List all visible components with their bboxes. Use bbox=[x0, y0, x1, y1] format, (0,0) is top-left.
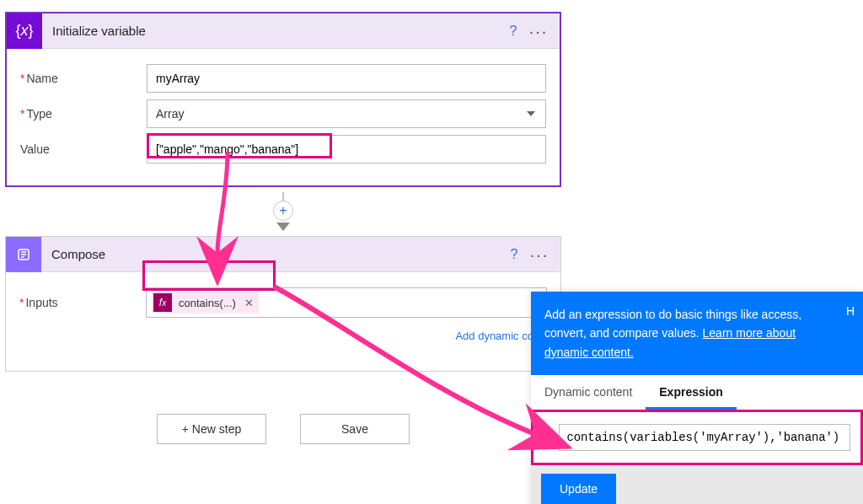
name-label: *Name bbox=[20, 72, 147, 85]
expression-tip: Add an expression to do basic things lik… bbox=[531, 292, 863, 375]
compose-header[interactable]: Compose ? ··· bbox=[6, 237, 560, 272]
initialize-variable-card: {x} Initialize variable ? ··· *Name *Typ… bbox=[5, 12, 561, 187]
compose-title: Compose bbox=[41, 247, 501, 261]
name-input[interactable] bbox=[147, 64, 546, 93]
tab-expression[interactable]: Expression bbox=[646, 375, 736, 410]
expression-input[interactable] bbox=[559, 424, 850, 451]
more-menu-icon[interactable]: ··· bbox=[526, 23, 551, 40]
compose-icon bbox=[6, 237, 41, 272]
new-step-button[interactable]: + New step bbox=[157, 414, 266, 444]
type-select[interactable]: Array bbox=[147, 99, 546, 128]
more-menu-icon[interactable]: ··· bbox=[527, 246, 552, 263]
update-button[interactable]: Update bbox=[541, 474, 616, 504]
footer-buttons: + New step Save bbox=[5, 414, 561, 444]
value-input[interactable] bbox=[147, 135, 546, 164]
annotation-highlight-expression: fx bbox=[531, 410, 863, 465]
chevron-down-icon bbox=[276, 223, 290, 231]
fx-icon: fx bbox=[153, 293, 172, 312]
initialize-variable-title: Initialize variable bbox=[42, 24, 501, 38]
expression-panel: Add an expression to do basic things lik… bbox=[531, 292, 863, 504]
save-button[interactable]: Save bbox=[300, 414, 410, 444]
expression-token[interactable]: fx contains(...) ✕ bbox=[152, 292, 259, 314]
remove-token-icon[interactable]: ✕ bbox=[244, 297, 254, 309]
value-label: Value bbox=[20, 142, 147, 156]
inputs-field[interactable]: fx contains(...) ✕ bbox=[146, 287, 547, 318]
tab-dynamic-content[interactable]: Dynamic content bbox=[531, 375, 646, 410]
fx-icon: fx bbox=[544, 429, 552, 447]
connector: + bbox=[5, 187, 561, 236]
inputs-label: *Inputs bbox=[19, 296, 146, 309]
hide-tip-button[interactable]: H bbox=[846, 302, 855, 320]
help-icon[interactable]: ? bbox=[501, 247, 527, 262]
initialize-variable-header[interactable]: {x} Initialize variable ? ··· bbox=[7, 13, 560, 49]
type-label: *Type bbox=[20, 107, 147, 121]
add-step-icon[interactable]: + bbox=[273, 201, 293, 221]
help-icon[interactable]: ? bbox=[501, 24, 526, 39]
variable-icon: {x} bbox=[7, 13, 42, 49]
compose-card: Compose ? ··· *Inputs fx contains(...) ✕… bbox=[5, 236, 561, 372]
